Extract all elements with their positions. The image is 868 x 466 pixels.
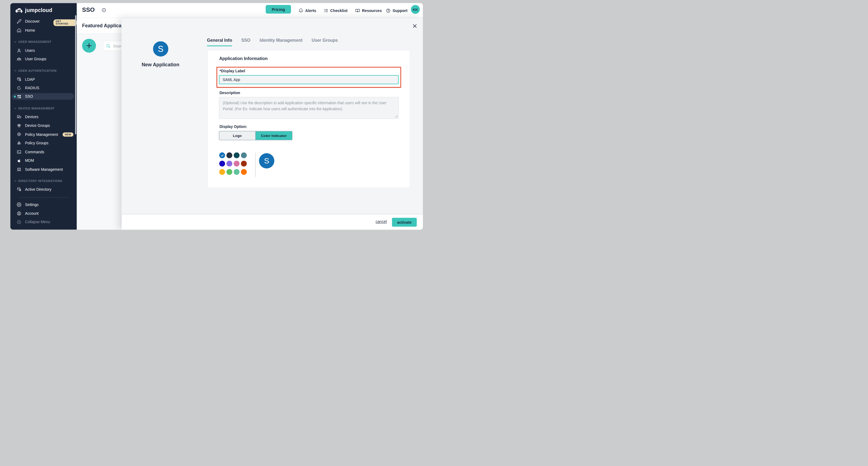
section-title: USER AUTHENTICATION (18, 69, 56, 72)
color-swatch[interactable] (226, 152, 232, 158)
card-heading: Application Information (219, 56, 268, 61)
toggle-option-logo[interactable]: Logo (219, 131, 256, 140)
tab-user-groups[interactable]: User Groups (312, 38, 338, 46)
policy-badge-icon (17, 132, 21, 137)
sidebar-item-software-management[interactable]: Software Management (10, 166, 77, 172)
user-icon (17, 48, 21, 53)
toggle-option-color-indicator[interactable]: Color Indicator (256, 131, 292, 140)
chevron-down-icon (14, 107, 17, 109)
close-icon[interactable] (412, 23, 417, 29)
sidebar-item-label: Device Groups (25, 124, 50, 128)
laptop-apps-icon (17, 167, 21, 172)
tab-identity-management[interactable]: Identity Management (259, 38, 302, 46)
sidebar-item-user-groups[interactable]: User Groups (10, 56, 77, 62)
database-clock-icon (17, 77, 21, 82)
help-circle-icon (386, 8, 391, 13)
devices-icon (17, 114, 21, 119)
screen: jumpcloud Discover GET STARTED Home USER… (0, 0, 434, 233)
sidebar-item-active-directory[interactable]: Active Directory (10, 186, 77, 192)
color-swatch[interactable] (226, 161, 232, 167)
active-directory-icon (17, 187, 21, 192)
sidebar-item-ldap[interactable]: LDAP (10, 76, 77, 82)
cancel-link[interactable]: cancel (376, 220, 387, 224)
sidebar-item-device-groups[interactable]: Device Groups (10, 122, 77, 129)
chevron-down-icon (14, 40, 17, 43)
color-swatch-selected[interactable] (219, 152, 225, 158)
sidebar-item-mdm[interactable]: MDM (10, 157, 77, 164)
book-open-icon (355, 8, 360, 13)
info-icon[interactable] (101, 8, 106, 12)
section-title: DEVICE MANAGEMENT (18, 107, 55, 110)
sidebar-item-users[interactable]: Users (10, 48, 77, 54)
checklist-button[interactable]: Checklist (323, 3, 348, 18)
sidebar-item-commands[interactable]: Commands (10, 149, 77, 155)
color-swatch[interactable] (241, 161, 247, 167)
color-indicator-preview: S (259, 153, 274, 169)
swatch-preview-divider (255, 153, 256, 177)
color-swatch[interactable] (234, 169, 239, 175)
sidebar-item-label: Users (25, 49, 35, 53)
sidebar-item-devices[interactable]: Devices (10, 114, 77, 120)
resources-label: Resources (362, 8, 382, 12)
section-device-management[interactable]: DEVICE MANAGEMENT (10, 106, 77, 110)
apple-icon (17, 158, 21, 163)
jumpcloud-cloud-icon (15, 6, 24, 14)
color-swatch[interactable] (241, 169, 247, 175)
color-swatch[interactable] (219, 169, 225, 175)
sidebar-scrollbar[interactable] (75, 15, 76, 135)
user-avatar[interactable]: KK (411, 5, 420, 13)
add-application-button[interactable] (82, 39, 96, 53)
sidebar-item-collapse-menu[interactable]: Collapse Menu (10, 219, 77, 225)
get-started-badge: GET STARTED (54, 19, 77, 26)
section-directory-integrations[interactable]: DIRECTORY INTEGRATIONS (10, 179, 77, 183)
sidebar: jumpcloud Discover GET STARTED Home USER… (10, 3, 77, 230)
sidebar-item-account[interactable]: Account (10, 210, 77, 216)
alerts-button[interactable]: Alerts (299, 3, 316, 18)
color-swatch[interactable] (226, 169, 232, 175)
modal-footer: cancel activate (122, 215, 423, 230)
sidebar-item-label: Account (25, 211, 39, 215)
sidebar-item-sso[interactable]: SSO (10, 93, 77, 99)
color-swatch[interactable] (234, 152, 239, 158)
support-label: Support (393, 8, 408, 12)
color-swatch[interactable] (219, 161, 225, 167)
display-label-input[interactable] (219, 75, 399, 84)
activate-button[interactable]: activate (392, 218, 417, 227)
sidebar-item-radius[interactable]: RADIUS (10, 85, 77, 91)
home-icon (17, 28, 21, 33)
section-user-authentication[interactable]: USER AUTHENTICATION (10, 68, 77, 72)
sidebar-item-label: Policy Management (25, 132, 58, 137)
resources-button[interactable]: Resources (355, 3, 382, 18)
modal-title: New Application (126, 62, 195, 67)
color-swatch[interactable] (234, 161, 239, 167)
support-button[interactable]: Support (386, 3, 407, 18)
account-circle-icon (17, 211, 21, 216)
sidebar-item-policy-management[interactable]: Policy Management NEW (10, 131, 77, 138)
new-badge: NEW (63, 132, 73, 137)
sidebar-item-label: Settings (25, 202, 39, 207)
terminal-icon (17, 149, 21, 154)
application-information-card: Application Information *Display Label D… (208, 50, 410, 188)
policy-groups-icon (17, 141, 21, 145)
plus-icon (85, 42, 93, 49)
section-title: DIRECTORY INTEGRATIONS (18, 179, 62, 182)
jumpcloud-logo[interactable]: jumpcloud (15, 6, 52, 14)
sidebar-item-label: SSO (25, 94, 33, 98)
color-swatch[interactable] (241, 152, 247, 158)
sidebar-item-policy-groups[interactable]: Policy Groups (10, 140, 77, 146)
tab-general-info[interactable]: General Info (207, 38, 232, 46)
sidebar-item-label: RADIUS (25, 86, 39, 90)
section-user-management[interactable]: USER MANAGEMENT (10, 39, 77, 43)
sidebar-item-settings[interactable]: Settings (10, 201, 77, 208)
check-icon (221, 154, 224, 157)
sidebar-item-home[interactable]: Home (10, 27, 77, 34)
pricing-button[interactable]: Pricing (266, 5, 291, 13)
new-application-modal: S New Application General Info SSO Ident… (122, 18, 423, 230)
page-title: SSO (82, 6, 95, 13)
app-window: jumpcloud Discover GET STARTED Home USER… (10, 3, 423, 230)
sidebar-item-discover[interactable]: Discover GET STARTED (10, 18, 77, 25)
sidebar-item-label: Software Management (25, 167, 63, 171)
sidebar-item-label: Collapse Menu (25, 220, 50, 224)
tab-sso[interactable]: SSO (241, 38, 250, 46)
description-textarea[interactable] (219, 97, 399, 119)
